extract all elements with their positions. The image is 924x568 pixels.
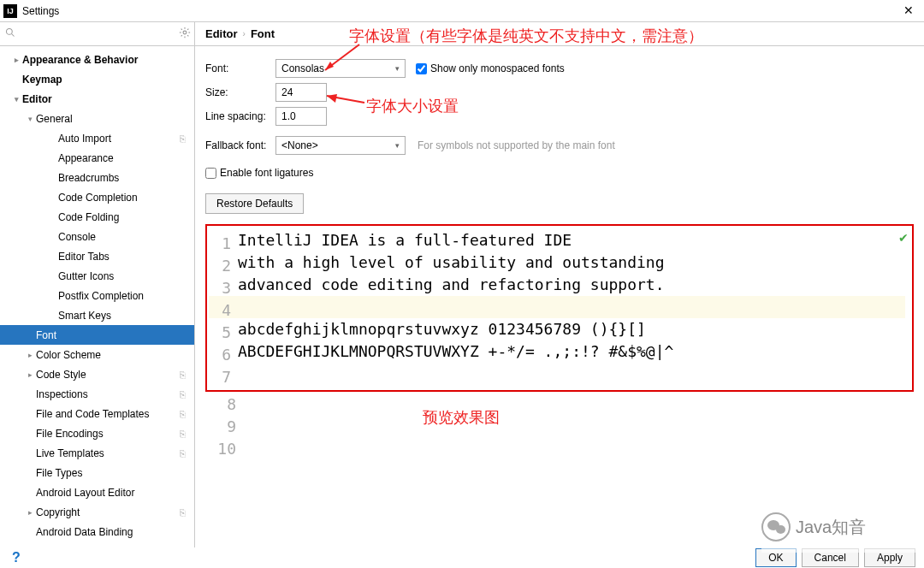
sidebar-item[interactable]: Console <box>0 227 194 246</box>
fallback-hint: For symbols not supported by the main fo… <box>418 139 615 151</box>
titlebar: IJ Settings ✕ <box>0 0 924 22</box>
sidebar-item[interactable]: Postfix Completion <box>0 286 194 305</box>
sidebar-item[interactable]: Auto Import⎘ <box>0 128 194 148</box>
sidebar-item[interactable]: ▸Copyright⎘ <box>0 502 194 522</box>
fallback-combo[interactable]: <None> ▾ <box>275 136 406 155</box>
sidebar-item[interactable]: Live Templates⎘ <box>0 443 194 463</box>
search-row <box>0 22 194 46</box>
sidebar-item[interactable]: Editor Tabs <box>0 246 194 266</box>
sidebar-item[interactable]: File Encodings⎘ <box>0 423 194 443</box>
cancel-button[interactable]: Cancel <box>802 548 859 567</box>
chevron-right-icon: ▸ <box>10 56 22 64</box>
footer: ? OK Cancel Apply <box>0 547 924 568</box>
close-icon[interactable]: ✕ <box>900 2 917 19</box>
sidebar-item[interactable]: Android Data Binding <box>0 522 194 541</box>
spacing-label: Line spacing: <box>205 110 275 122</box>
sidebar-item[interactable]: Code Completion <box>0 187 194 207</box>
sidebar-item[interactable]: Inspections⎘ <box>0 384 194 404</box>
svg-line-1 <box>12 34 15 37</box>
chevron-down-icon: ▾ <box>395 64 400 73</box>
font-combo[interactable]: Consolas ▾ <box>275 59 406 78</box>
gear-icon[interactable] <box>179 27 191 41</box>
svg-point-0 <box>7 29 13 35</box>
sidebar-item-label: Live Templates <box>36 447 180 459</box>
chevron-right-icon: ▸ <box>24 508 36 517</box>
mono-checkbox-input[interactable] <box>416 63 427 74</box>
spacing-input[interactable] <box>275 107 327 126</box>
svg-line-10 <box>187 29 188 30</box>
svg-line-9 <box>181 35 182 36</box>
sidebar-item[interactable]: Gutter Icons <box>0 266 194 286</box>
chevron-right-icon: ▸ <box>24 370 36 379</box>
sidebar: ▸Appearance & BehaviorKeymap▾Editor▾Gene… <box>0 22 195 547</box>
sidebar-item-label: Font <box>36 329 194 341</box>
chevron-down-icon: ▾ <box>395 141 400 150</box>
mono-checkbox[interactable]: Show only monospaced fonts <box>416 62 565 74</box>
ok-button[interactable]: OK <box>755 548 796 567</box>
window-title: Settings <box>22 5 59 17</box>
preview-text: IntelliJ IDEA is a full-featured IDE wit… <box>238 229 905 385</box>
sidebar-item[interactable]: ▾General <box>0 109 194 128</box>
restore-defaults-button[interactable]: Restore Defaults <box>205 193 304 214</box>
sidebar-item[interactable]: Keymap <box>0 69 194 89</box>
sidebar-item-label: File and Code Templates <box>36 408 180 420</box>
sidebar-item-label: Postfix Completion <box>58 290 194 302</box>
sidebar-item-label: Appearance & Behavior <box>22 54 194 66</box>
sidebar-item-label: File Encodings <box>36 428 180 440</box>
sidebar-item-label: Code Folding <box>58 211 194 223</box>
sidebar-item-label: Android Data Binding <box>36 526 194 538</box>
settings-tree: ▸Appearance & BehaviorKeymap▾Editor▾Gene… <box>0 46 194 547</box>
chevron-down-icon: ▾ <box>10 95 22 104</box>
sidebar-item-label: Auto Import <box>58 133 180 145</box>
chevron-right-icon: ▸ <box>24 351 36 359</box>
size-label: Size: <box>205 86 275 98</box>
gutter-extra: 8910 <box>217 393 914 460</box>
sidebar-item-label: Appearance <box>58 152 194 164</box>
project-scope-icon: ⎘ <box>180 507 186 518</box>
sidebar-item[interactable]: Font <box>0 325 194 345</box>
sidebar-item[interactable]: Smart Keys <box>0 305 194 325</box>
font-value: Consolas <box>281 62 324 74</box>
project-scope-icon: ⎘ <box>180 133 186 144</box>
project-scope-icon: ⎘ <box>180 448 186 459</box>
sidebar-item[interactable]: Breadcrumbs <box>0 168 194 187</box>
help-icon[interactable]: ? <box>12 550 21 565</box>
app-icon: IJ <box>3 4 17 18</box>
sidebar-item[interactable]: ▸Code Style⎘ <box>0 364 194 384</box>
svg-point-2 <box>183 31 187 34</box>
sidebar-item-label: Smart Keys <box>58 310 194 322</box>
sidebar-item-label: Console <box>58 231 194 243</box>
ligatures-checkbox[interactable]: Enable font ligatures <box>205 167 313 179</box>
ligatures-checkbox-input[interactable] <box>205 168 216 179</box>
content-pane: Editor › Font Font: Consolas ▾ Show only… <box>195 22 924 547</box>
sidebar-item[interactable]: Appearance <box>0 148 194 168</box>
size-input[interactable] <box>275 83 327 102</box>
sidebar-item-label: Breadcrumbs <box>58 172 194 184</box>
project-scope-icon: ⎘ <box>180 409 186 419</box>
mono-label: Show only monospaced fonts <box>430 62 565 74</box>
preview-area: ✔ 1234567 IntelliJ IDEA is a full-featur… <box>205 224 914 460</box>
sidebar-item-label: General <box>36 113 194 125</box>
font-label: Font: <box>205 62 275 74</box>
search-icon <box>5 27 15 40</box>
sidebar-item[interactable]: Android Layout Editor <box>0 482 194 502</box>
sidebar-item[interactable]: ▾Editor <box>0 89 194 109</box>
svg-line-7 <box>181 29 182 30</box>
ligatures-label: Enable font ligatures <box>220 167 313 179</box>
project-scope-icon: ⎘ <box>180 370 186 380</box>
chevron-right-icon: › <box>243 29 246 38</box>
sidebar-item[interactable]: ▸Color Scheme <box>0 345 194 364</box>
sidebar-item[interactable]: File Types <box>0 463 194 482</box>
fallback-label: Fallback font: <box>205 139 275 151</box>
sidebar-item[interactable]: Code Folding <box>0 207 194 227</box>
sidebar-item[interactable]: File and Code Templates⎘ <box>0 404 194 423</box>
gutter: 1234567 <box>212 233 231 388</box>
sidebar-item-label: Gutter Icons <box>58 270 194 282</box>
apply-button[interactable]: Apply <box>864 548 915 567</box>
chevron-down-icon: ▾ <box>24 115 36 123</box>
preview-box: ✔ 1234567 IntelliJ IDEA is a full-featur… <box>205 224 914 392</box>
svg-line-8 <box>187 35 188 36</box>
search-input[interactable] <box>19 28 175 40</box>
sidebar-item-label: Keymap <box>22 74 194 86</box>
sidebar-item[interactable]: ▸Appearance & Behavior <box>0 50 194 69</box>
